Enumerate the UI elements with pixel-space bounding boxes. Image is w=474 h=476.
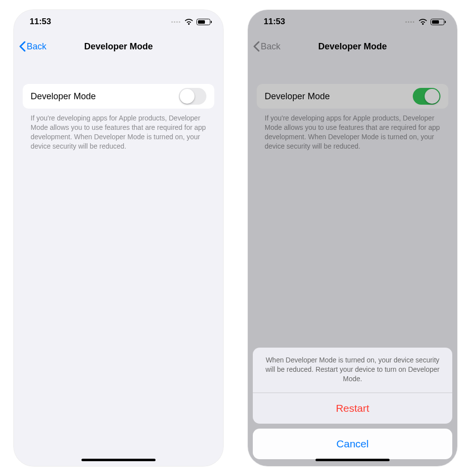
- phone-screenshot-right: 11:53 Back Developer Mode Developer Mode: [248, 10, 457, 466]
- nav-bar: Back Developer Mode: [14, 34, 223, 59]
- developer-mode-toggle[interactable]: [179, 88, 206, 105]
- status-time: 11:53: [30, 17, 51, 27]
- restart-button[interactable]: Restart: [253, 393, 452, 424]
- row-label: Developer Mode: [31, 91, 96, 102]
- settings-group: Developer Mode: [14, 84, 223, 109]
- status-indicators: [171, 18, 210, 25]
- toggle-knob: [180, 89, 195, 104]
- settings-footer-text: If you're developing apps for Apple prod…: [14, 109, 223, 151]
- cancel-button[interactable]: Cancel: [253, 429, 452, 459]
- home-indicator[interactable]: [81, 459, 156, 461]
- back-label: Back: [27, 41, 46, 52]
- status-bar: 11:53: [14, 10, 223, 34]
- chevron-left-icon: [19, 41, 26, 52]
- back-button[interactable]: Back: [19, 41, 46, 52]
- screen: 11:53 Back Developer Mode Developer Mode: [14, 10, 223, 466]
- action-sheet: When Developer Mode is turned on, your d…: [248, 10, 457, 466]
- phone-screenshot-left: 11:53 Back Developer Mode Developer Mode: [14, 10, 223, 466]
- developer-mode-row: Developer Mode: [23, 84, 214, 109]
- action-sheet-group: When Developer Mode is turned on, your d…: [253, 348, 452, 424]
- battery-icon: [197, 19, 210, 25]
- home-indicator[interactable]: [316, 459, 390, 461]
- wifi-icon: [184, 18, 194, 25]
- cellular-dots-icon: [171, 21, 180, 23]
- action-sheet-message: When Developer Mode is turned on, your d…: [253, 348, 452, 393]
